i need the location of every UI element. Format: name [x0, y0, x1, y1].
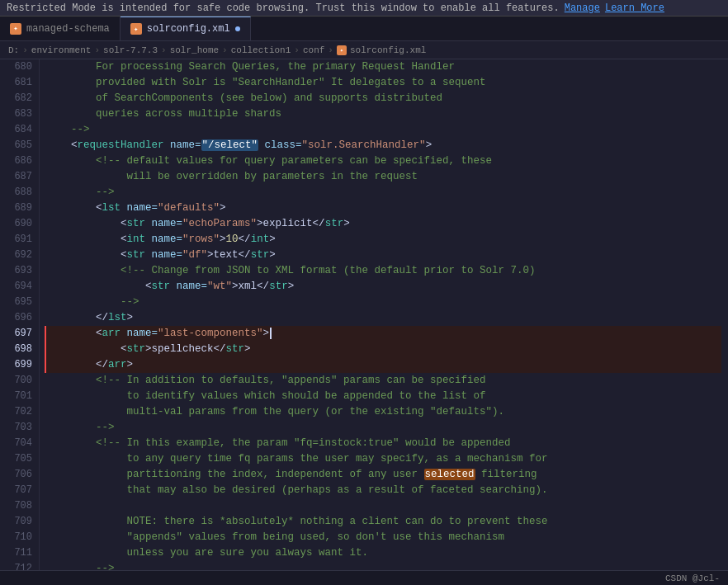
line-number: 701: [7, 389, 32, 404]
line-number: 699: [7, 357, 32, 373]
token: <: [46, 328, 102, 339]
code-line: -->: [46, 185, 721, 201]
status-text: CSDN @Jcl-: [665, 573, 720, 583]
breadcrumb-solr-home: solr_home: [170, 45, 219, 55]
code-line: <!-- In this example, the param "fq=inst…: [46, 436, 721, 451]
token: >: [426, 139, 433, 151]
token: name=: [145, 234, 182, 245]
token: lst: [108, 312, 127, 323]
line-number: 693: [7, 263, 32, 279]
token: text: [214, 249, 239, 261]
token: >: [220, 234, 226, 245]
line-number: 704: [7, 436, 32, 451]
token: </: [239, 249, 251, 261]
manage-link[interactable]: Manage: [565, 2, 600, 14]
code-content[interactable]: For processing Search Queries, the prima…: [40, 59, 728, 570]
token: provided with Solr is "SearchHandler" It…: [46, 77, 486, 88]
token: <: [46, 202, 102, 214]
code-line: of SearchComponents (see below) and supp…: [46, 91, 721, 106]
token: </: [46, 359, 108, 370]
token: >: [269, 249, 276, 261]
token: arr: [108, 359, 127, 370]
token: class=: [258, 139, 302, 151]
code-line: that may also be desired (perhaps as a r…: [46, 483, 721, 498]
cursor: [270, 328, 272, 339]
token: str: [251, 249, 270, 261]
token: "solr.SearchHandler": [302, 139, 426, 151]
token: >: [244, 343, 251, 355]
learn-more-link[interactable]: Learn More: [605, 2, 664, 14]
token: >: [127, 359, 134, 370]
token: </: [239, 234, 251, 245]
token: str: [152, 281, 171, 292]
token: of SearchComponents (see below) and supp…: [46, 92, 442, 104]
token: <!-- In this example, the param "fq=inst…: [46, 437, 511, 449]
line-number: 705: [7, 451, 32, 467]
line-number: 682: [7, 91, 32, 106]
tab-managed-schema[interactable]: ✦ managed-schema: [0, 17, 121, 40]
token: spellcheck: [152, 343, 214, 355]
code-line: <!-- In addition to defaults, "appends" …: [46, 373, 721, 389]
token: "last-components": [158, 328, 263, 339]
token: "appends" values from being used, so don…: [46, 531, 504, 543]
token: >: [232, 281, 239, 292]
token: str: [127, 218, 146, 229]
line-number: 696: [7, 310, 32, 326]
line-number: 709: [7, 514, 32, 530]
token: selected: [424, 469, 475, 480]
line-number: 680: [7, 59, 32, 75]
token: -->: [46, 124, 90, 135]
token: "wt": [207, 281, 232, 292]
token: <: [46, 218, 127, 229]
code-line: </lst>: [46, 310, 721, 326]
token: unless you are sure you always want it.: [46, 547, 368, 559]
token: <: [46, 281, 152, 292]
token: that may also be desired (perhaps as a r…: [46, 484, 548, 496]
line-number: 708: [7, 498, 32, 514]
line-number: 707: [7, 483, 32, 498]
token: >: [145, 343, 152, 355]
token: <: [46, 139, 78, 151]
tab-solrconfig-xml[interactable]: ✦ solrconfig.xml: [121, 17, 251, 40]
tab-icon-solrconfig-xml: ✦: [130, 23, 142, 35]
tab-label-solrconfig-xml: solrconfig.xml: [147, 23, 230, 35]
token: filtering: [475, 469, 537, 480]
token: </: [214, 343, 226, 355]
token: >: [288, 281, 295, 292]
token: </: [313, 218, 325, 229]
tab-icon-managed-schema: ✦: [10, 23, 21, 35]
breadcrumb-sep-1: ›: [22, 45, 28, 55]
breadcrumb-sep-3: ›: [161, 45, 167, 55]
breadcrumb-d: D:: [8, 45, 19, 55]
token: queries across multiple shards: [46, 108, 281, 120]
breadcrumb-conf: conf: [303, 45, 324, 55]
token: name=: [121, 202, 158, 214]
token: to any query time fq params the user may…: [46, 453, 548, 465]
line-number: 700: [7, 373, 32, 389]
breadcrumb-filename: solrconfig.xml: [350, 45, 426, 55]
token: "echoParams": [182, 218, 257, 229]
breadcrumb: D: › environment › solr-7.7.3 › solr_hom…: [0, 41, 728, 59]
line-number: 698: [7, 342, 32, 357]
token: >: [269, 234, 276, 245]
breadcrumb-sep-4: ›: [222, 45, 228, 55]
code-line: <str name="wt">xml</str>: [46, 279, 721, 295]
token: <!-- Change from JSON to XML format (the…: [46, 265, 536, 276]
token: str: [325, 218, 344, 229]
line-number: 689: [7, 201, 32, 216]
code-line: partitioning the index, independent of a…: [46, 467, 721, 483]
line-number: 706: [7, 467, 32, 483]
token: >: [220, 202, 226, 214]
token: str: [127, 249, 146, 261]
code-line: to any query time fq params the user may…: [46, 451, 721, 467]
token: -->: [46, 422, 115, 433]
code-line: <!-- Change from JSON to XML format (the…: [46, 263, 721, 279]
token: str: [127, 343, 146, 355]
code-line: <str name="df">text</str>: [46, 248, 721, 263]
token: </: [257, 281, 269, 292]
line-number: 681: [7, 75, 32, 91]
code-line: <str name="echoParams">explicit</str>: [46, 216, 721, 232]
line-number: 712: [7, 561, 32, 570]
token: <: [46, 249, 127, 261]
token: name=: [121, 328, 158, 339]
